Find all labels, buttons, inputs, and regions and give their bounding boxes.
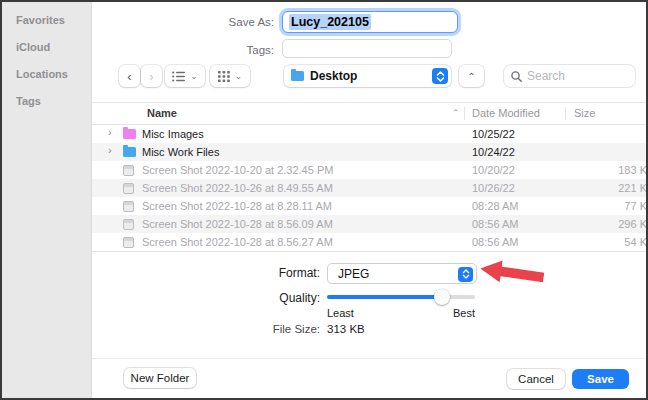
file-name: Misc Work Files — [142, 146, 219, 158]
back-icon: ‹ — [127, 69, 131, 84]
column-header-name[interactable]: Name — [147, 107, 177, 119]
list-view-button[interactable]: ⌄ — [165, 65, 205, 87]
chevron-down-icon: ⌄ — [235, 71, 243, 81]
file-size: 54 K — [574, 236, 647, 248]
file-date-modified: 08:28 AM — [472, 200, 518, 212]
divider — [92, 251, 646, 252]
chevron-down-icon: ⌄ — [190, 71, 198, 81]
folder-icon — [291, 71, 304, 81]
file-date-modified: 08:56 AM — [472, 236, 518, 248]
file-date-modified: 10/26/22 — [472, 182, 515, 194]
save-as-label: Save As: — [156, 16, 274, 28]
file-size: 221 K — [574, 182, 647, 194]
slider-knob[interactable] — [434, 289, 450, 305]
row-icon — [123, 129, 136, 139]
icon-view-icon — [218, 71, 230, 82]
sort-ascending-icon: ⌃ — [452, 108, 460, 118]
new-folder-label: New Folder — [131, 372, 190, 384]
format-dropdown[interactable]: JPEG — [327, 263, 477, 284]
stepper-icon — [432, 68, 448, 84]
row-icon — [123, 183, 134, 194]
tags-input[interactable] — [282, 39, 452, 58]
file-row[interactable]: › Misc Work Files 10/24/22 — [92, 143, 646, 161]
file-row: › Screen Shot 2022-10-28 at 8.56.09 AM 0… — [92, 215, 646, 233]
icon-view-button[interactable]: ⌄ — [210, 65, 250, 87]
row-icon — [123, 147, 136, 157]
forward-button[interactable]: › — [141, 65, 162, 87]
file-name: Screen Shot 2022-10-28 at 8.28.11 AM — [142, 200, 332, 212]
file-date-modified: 10/25/22 — [472, 128, 515, 140]
list-view-icon — [172, 71, 185, 82]
column-divider — [464, 107, 465, 120]
sidebar: Favorites iCloud Locations Tags — [2, 2, 92, 398]
file-row[interactable]: › Misc Images 10/25/22 — [92, 125, 646, 143]
format-label: Format: — [202, 266, 320, 280]
search-icon — [511, 71, 522, 82]
back-button[interactable]: ‹ — [119, 65, 140, 87]
sidebar-section-tags: Tags — [16, 95, 91, 122]
forward-icon: › — [149, 69, 153, 84]
file-list-rows: › Misc Images 10/25/22 › Misc Work Files… — [92, 125, 646, 251]
chevron-up-icon: ⌃ — [467, 71, 475, 82]
location-label: Desktop — [310, 69, 357, 83]
file-date-modified: 10/20/22 — [472, 164, 515, 176]
row-icon — [123, 201, 134, 212]
collapse-button[interactable]: ⌃ — [459, 65, 484, 87]
sidebar-section-icloud: iCloud — [16, 41, 91, 68]
file-size-label: File Size: — [202, 323, 320, 335]
stepper-icon — [458, 267, 473, 282]
column-divider — [565, 107, 566, 120]
column-header-size[interactable]: Size — [574, 107, 595, 119]
file-size: 77 K — [574, 200, 647, 212]
column-header-date-modified[interactable]: Date Modified — [472, 107, 540, 119]
save-button[interactable]: Save — [572, 369, 629, 389]
row-icon — [123, 219, 134, 230]
file-row: › Screen Shot 2022-10-26 at 8.49.55 AM 1… — [92, 179, 646, 197]
new-folder-button[interactable]: New Folder — [124, 368, 196, 388]
cancel-button[interactable]: Cancel — [507, 369, 565, 389]
file-size: 183 K — [574, 164, 647, 176]
search-field[interactable] — [504, 65, 635, 87]
quality-max-label: Best — [425, 307, 475, 319]
slider-fill — [327, 295, 442, 299]
location-dropdown[interactable]: Desktop — [284, 65, 451, 87]
save-dialog: Favorites iCloud Locations Tags Save As:… — [0, 0, 648, 400]
disclosure-icon: › — [108, 144, 112, 156]
quality-min-label: Least — [327, 307, 354, 319]
save-as-input[interactable]: Lucy_202105 — [282, 11, 458, 33]
row-icon — [123, 237, 134, 248]
quality-slider[interactable] — [327, 289, 475, 305]
divider — [92, 358, 646, 359]
file-size-value: 313 KB — [327, 323, 365, 335]
sidebar-section-locations: Locations — [16, 68, 91, 95]
file-row: › Screen Shot 2022-10-28 at 8.28.11 AM 0… — [92, 197, 646, 215]
row-icon — [123, 165, 134, 176]
file-name: Screen Shot 2022-10-28 at 8.56.09 AM — [142, 218, 333, 230]
quality-label: Quality: — [202, 291, 320, 305]
save-label: Save — [587, 373, 614, 385]
file-name: Screen Shot 2022-10-28 at 8.56.27 AM — [142, 236, 333, 248]
file-row: › Screen Shot 2022-10-20 at 2.32.45 PM 1… — [92, 161, 646, 179]
file-name: Screen Shot 2022-10-20 at 2.32.45 PM — [142, 164, 333, 176]
cancel-label: Cancel — [518, 373, 554, 385]
annotation-arrow-icon — [479, 256, 546, 291]
search-input[interactable] — [527, 69, 617, 83]
save-as-value: Lucy_202105 — [289, 14, 371, 30]
file-size: 296 K — [574, 218, 647, 230]
format-value: JPEG — [338, 267, 369, 281]
file-row: › Screen Shot 2022-10-28 at 8.56.27 AM 0… — [92, 233, 646, 251]
tags-label: Tags: — [156, 44, 274, 56]
file-name: Screen Shot 2022-10-26 at 8.49.55 AM — [142, 182, 333, 194]
file-date-modified: 10/24/22 — [472, 146, 515, 158]
file-date-modified: 08:56 AM — [472, 218, 518, 230]
file-list-header: Name ⌃ Date Modified Size — [92, 103, 646, 124]
sidebar-section-favorites: Favorites — [16, 14, 91, 41]
file-name: Misc Images — [142, 128, 204, 140]
disclosure-icon: › — [108, 126, 112, 138]
